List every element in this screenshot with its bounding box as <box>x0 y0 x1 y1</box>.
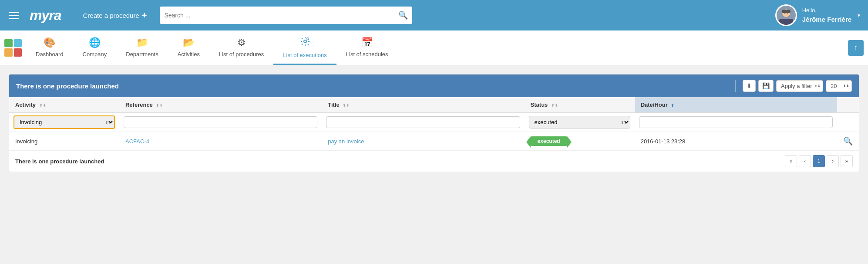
filter-title-cell <box>322 113 524 132</box>
filter-status-wrapper: executed <box>529 116 630 129</box>
filter-reference-cell <box>119 113 322 132</box>
pagination-next[interactable]: › <box>827 155 839 167</box>
table-title: There is one procedure launched <box>16 82 728 90</box>
procedures-icon: ⚙ <box>237 37 246 48</box>
nav-item-activities[interactable]: 📂 Activities <box>168 30 209 65</box>
col-activity[interactable]: Activity ⬆⬇ <box>9 97 119 113</box>
user-greeting: Hello, Jérôme Ferrière <box>802 7 851 24</box>
avatar-image <box>777 6 796 25</box>
header-separator <box>735 80 736 92</box>
reference-sort-arrows: ⬆⬇ <box>156 103 163 108</box>
count-select[interactable]: 20 50 100 <box>826 80 852 92</box>
search-input[interactable] <box>164 12 398 19</box>
nav-item-list-of-executions[interactable]: List of executions <box>273 30 336 65</box>
filter-datehour-cell <box>635 113 837 132</box>
nav-item-list-of-schedules[interactable]: 📅 List of schedules <box>336 30 398 65</box>
datehour-sort-arrows: ⬆ <box>671 103 674 108</box>
filter-activity-select[interactable]: Invoicing <box>13 115 115 129</box>
pagination-last[interactable]: » <box>841 155 853 167</box>
activities-icon: 📂 <box>183 37 195 48</box>
apply-filter-select[interactable]: Apply a filter <box>776 80 823 92</box>
header-right: Hello, Jérôme Ferrière ▼ <box>775 4 861 26</box>
svg-rect-5 <box>782 10 791 13</box>
svg-rect-2 <box>779 19 793 25</box>
search-bar: 🔍 <box>160 7 412 24</box>
schedules-icon: 📅 <box>361 37 373 48</box>
main-content: There is one procedure launched ⬇ 💾 Appl… <box>0 65 868 181</box>
col-reference[interactable]: Reference ⬆⬇ <box>119 97 322 113</box>
tile-green <box>4 39 13 47</box>
row-actions: 🔍 <box>837 132 859 151</box>
filter-status-cell: executed <box>525 113 635 132</box>
col-datehour[interactable]: Date/Hour ⬆ <box>635 97 837 113</box>
download-button[interactable]: ⬇ <box>743 80 756 92</box>
executions-icon <box>300 36 310 49</box>
nav-item-departments[interactable]: 📁 Departments <box>116 30 168 65</box>
dashboard-icon: 🎨 <box>44 37 55 48</box>
col-status[interactable]: Status ⬆⬇ <box>525 97 635 113</box>
status-badge: executed <box>531 136 567 146</box>
create-procedure-button[interactable]: Create a procedure + <box>83 10 147 20</box>
tile-orange <box>4 48 13 57</box>
filter-wrapper: Apply a filter <box>776 80 823 92</box>
hamburger-menu[interactable] <box>7 10 21 21</box>
table-row: Invoicing ACFAC-4 pay an invoice execute… <box>9 132 859 151</box>
nav-item-company[interactable]: 🌐 Company <box>73 30 117 65</box>
filter-row: Invoicing executed <box>9 113 859 132</box>
filter-reference-input[interactable] <box>124 116 317 128</box>
filter-title-input[interactable] <box>326 116 520 128</box>
avatar <box>775 4 797 26</box>
row-activity: Invoicing <box>9 132 119 151</box>
reference-link[interactable]: ACFAC-4 <box>125 138 149 145</box>
tile-blue <box>14 39 22 47</box>
logo-tiles <box>4 39 22 57</box>
pagination-cell: « ‹ 1 › » <box>635 151 859 172</box>
pagination: « ‹ 1 › » <box>641 155 853 167</box>
col-title[interactable]: Title ⬆⬇ <box>322 97 524 113</box>
activity-sort-arrows: ⬆⬇ <box>39 103 46 108</box>
departments-icon: 📁 <box>136 37 148 48</box>
svg-point-6 <box>304 40 306 43</box>
pagination-prev[interactable]: ‹ <box>799 155 811 167</box>
pagination-first[interactable]: « <box>785 155 797 167</box>
filter-activity-wrapper: Invoicing <box>13 115 115 129</box>
table-header-row: Activity ⬆⬇ Reference ⬆⬇ Title ⬆⬇ Status… <box>9 97 859 113</box>
row-status: executed <box>525 132 635 151</box>
search-icon[interactable]: 🔍 <box>398 10 408 20</box>
app-header: myra Create a procedure + 🔍 Hello, Jérôm… <box>0 0 868 30</box>
executions-table: Activity ⬆⬇ Reference ⬆⬇ Title ⬆⬇ Status… <box>9 97 859 172</box>
title-sort-arrows: ⬆⬇ <box>343 103 350 108</box>
table-header-bar: There is one procedure launched ⬇ 💾 Appl… <box>9 74 859 97</box>
nav-item-dashboard[interactable]: 🎨 Dashboard <box>26 30 73 65</box>
table-footer-row: There is one procedure launched « ‹ 1 › … <box>9 151 859 172</box>
save-button[interactable]: 💾 <box>758 80 774 92</box>
row-title: pay an invoice <box>322 132 524 151</box>
filter-datehour-input[interactable] <box>639 116 833 128</box>
col-actions <box>837 97 859 113</box>
zoom-icon[interactable]: 🔍 <box>843 137 853 146</box>
navigation-bar: 🎨 Dashboard 🌐 Company 📁 Departments 📂 Ac… <box>0 30 868 65</box>
nav-item-list-of-procedures[interactable]: ⚙ List of procedures <box>209 30 273 65</box>
company-icon: 🌐 <box>89 37 101 48</box>
row-reference: ACFAC-4 <box>119 132 322 151</box>
filter-status-select[interactable]: executed <box>529 116 630 129</box>
app-logo: myra <box>30 7 61 24</box>
filter-actions-cell <box>837 113 859 132</box>
executions-table-container: There is one procedure launched ⬇ 💾 Appl… <box>9 74 859 172</box>
status-sort-arrows: ⬆⬇ <box>551 103 558 108</box>
count-wrapper: 20 50 100 <box>826 80 852 92</box>
user-dropdown-arrow[interactable]: ▼ <box>857 13 861 18</box>
pagination-current[interactable]: 1 <box>813 155 825 167</box>
table-header-actions: ⬇ 💾 Apply a filter 20 50 100 <box>743 80 852 92</box>
row-datehour: 2016-01-13 23:28 <box>635 132 837 151</box>
tile-red <box>14 48 22 57</box>
filter-activity-cell: Invoicing <box>9 113 119 132</box>
footer-text-cell: There is one procedure launched <box>9 151 635 172</box>
scroll-up-button[interactable]: ↑ <box>848 40 864 56</box>
title-link[interactable]: pay an invoice <box>328 138 364 145</box>
